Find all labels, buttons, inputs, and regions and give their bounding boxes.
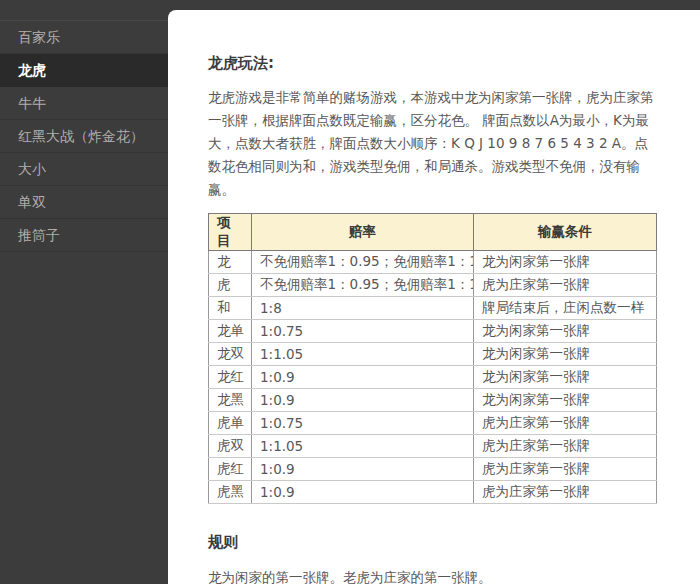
- sidebar-item-danshuang[interactable]: 单双: [0, 186, 168, 219]
- sidebar: 百家乐龙虎牛牛红黑大战（炸金花）大小单双推筒子: [0, 0, 168, 584]
- content-panel: 龙虎玩法: 龙虎游戏是非常简单的赌场游戏，本游戏中龙为闲家第一张牌，虎为庄家第一…: [168, 10, 700, 584]
- table-cell: 1:0.9: [252, 481, 474, 504]
- table-cell: 虎黑: [209, 481, 252, 504]
- rules-heading: 规则: [208, 533, 656, 552]
- intro-paragraph: 龙虎游戏是非常简单的赌场游戏，本游戏中龙为闲家第一张牌，虎为庄家第一张牌，根据牌…: [208, 86, 656, 201]
- table-row: 虎双1:1.05虎为庄家第一张牌: [209, 435, 657, 458]
- sidebar-item-hongheidazhan[interactable]: 红黑大战（炸金花）: [0, 120, 168, 153]
- table-cell: 龙双: [209, 343, 252, 366]
- table-row: 虎单1:0.75虎为庄家第一张牌: [209, 412, 657, 435]
- table-cell: 牌局结束后，庄闲点数一样: [474, 297, 657, 320]
- table-row: 和1:8牌局结束后，庄闲点数一样: [209, 297, 657, 320]
- sidebar-item-daxiao[interactable]: 大小: [0, 153, 168, 186]
- table-header-cell: 赔率: [252, 214, 474, 251]
- odds-table: 项目赔率输赢条件 龙不免佣赔率1：0.95；免佣赔率1：1龙为闲家第一张牌虎不免…: [208, 213, 657, 504]
- table-header-cell: 项目: [209, 214, 252, 251]
- table-cell: 虎为庄家第一张牌: [474, 274, 657, 297]
- table-cell: 1:1.05: [252, 343, 474, 366]
- table-row: 虎红1:0.9虎为庄家第一张牌: [209, 458, 657, 481]
- table-cell: 1:0.9: [252, 389, 474, 412]
- table-row: 龙不免佣赔率1：0.95；免佣赔率1：1龙为闲家第一张牌: [209, 251, 657, 274]
- sidebar-menu: 百家乐龙虎牛牛红黑大战（炸金花）大小单双推筒子: [0, 20, 168, 252]
- table-cell: 1:8: [252, 297, 474, 320]
- table-row: 龙双1:1.05龙为闲家第一张牌: [209, 343, 657, 366]
- table-cell: 龙为闲家第一张牌: [474, 366, 657, 389]
- table-body: 龙不免佣赔率1：0.95；免佣赔率1：1龙为闲家第一张牌虎不免佣赔率1：0.95…: [209, 251, 657, 504]
- sidebar-item-baijiale[interactable]: 百家乐: [0, 21, 168, 54]
- rules-paragraph: 龙为闲家的第一张牌。老虎为庄家的第一张牌。: [208, 569, 656, 584]
- table-cell: 1:1.05: [252, 435, 474, 458]
- table-cell: 1:0.9: [252, 458, 474, 481]
- table-cell: 龙: [209, 251, 252, 274]
- table-cell: 和: [209, 297, 252, 320]
- sidebar-item-niuniu[interactable]: 牛牛: [0, 87, 168, 120]
- table-cell: 虎为庄家第一张牌: [474, 435, 657, 458]
- table-cell: 虎: [209, 274, 252, 297]
- sidebar-item-tuitongzi[interactable]: 推筒子: [0, 219, 168, 252]
- table-row: 虎黑1:0.9虎为庄家第一张牌: [209, 481, 657, 504]
- table-cell: 不免佣赔率1：0.95；免佣赔率1：1: [252, 251, 474, 274]
- table-cell: 虎为庄家第一张牌: [474, 481, 657, 504]
- table-cell: 不免佣赔率1：0.95；免佣赔率1：1: [252, 274, 474, 297]
- table-cell: 龙为闲家第一张牌: [474, 389, 657, 412]
- table-header-row: 项目赔率输赢条件: [209, 214, 657, 251]
- table-row: 龙红1:0.9龙为闲家第一张牌: [209, 366, 657, 389]
- table-cell: 虎红: [209, 458, 252, 481]
- table-cell: 虎单: [209, 412, 252, 435]
- table-row: 龙单1:0.75龙为闲家第一张牌: [209, 320, 657, 343]
- table-cell: 1:0.75: [252, 412, 474, 435]
- page: 百家乐龙虎牛牛红黑大战（炸金花）大小单双推筒子 龙虎玩法: 龙虎游戏是非常简单的…: [0, 0, 700, 584]
- table-cell: 虎为庄家第一张牌: [474, 412, 657, 435]
- table-cell: 龙为闲家第一张牌: [474, 251, 657, 274]
- table-header-cell: 输赢条件: [474, 214, 657, 251]
- table-cell: 1:0.9: [252, 366, 474, 389]
- page-title: 龙虎玩法:: [208, 54, 656, 73]
- sidebar-item-longhu[interactable]: 龙虎: [0, 54, 168, 87]
- table-cell: 虎双: [209, 435, 252, 458]
- table-cell: 龙单: [209, 320, 252, 343]
- rules-paragraphs: 龙为闲家的第一张牌。老虎为庄家的第一张牌。牌面点数从小到大为A、2、3、4、5、…: [208, 569, 656, 584]
- table-cell: 龙黑: [209, 389, 252, 412]
- table-cell: 龙红: [209, 366, 252, 389]
- table-row: 龙黑1:0.9龙为闲家第一张牌: [209, 389, 657, 412]
- table-row: 虎不免佣赔率1：0.95；免佣赔率1：1虎为庄家第一张牌: [209, 274, 657, 297]
- table-cell: 龙为闲家第一张牌: [474, 343, 657, 366]
- table-cell: 虎为庄家第一张牌: [474, 458, 657, 481]
- table-cell: 1:0.75: [252, 320, 474, 343]
- table-cell: 龙为闲家第一张牌: [474, 320, 657, 343]
